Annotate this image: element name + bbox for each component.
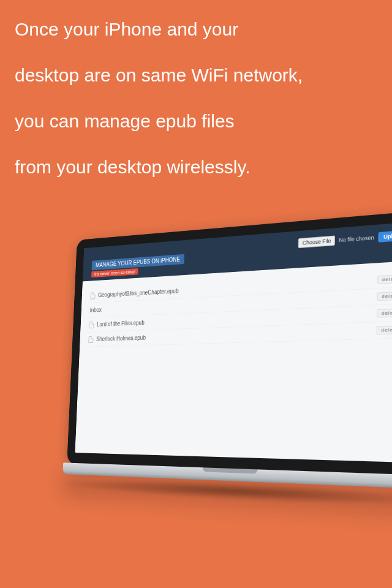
- file-name: Sherlock Holmes.epub: [96, 334, 146, 342]
- file-name: Inbox: [89, 307, 102, 314]
- upload-area: Choose File No file chosen Upload: [298, 230, 392, 248]
- laptop-mockup: MANAGE YOUR EPUBS ON iPHONE It's never b…: [24, 227, 392, 521]
- document-icon: [89, 321, 94, 328]
- document-icon: [90, 292, 95, 299]
- laptop-screen: MANAGE YOUR EPUBS ON iPHONE It's never b…: [75, 222, 392, 463]
- promo-line-3: you can manage epub files: [15, 109, 377, 133]
- file-name: GeographyofBliss_oneChapter.epub: [98, 288, 179, 298]
- promo-text-block: Once your iPhone and your desktop are on…: [0, 0, 392, 179]
- choose-file-button[interactable]: Choose File: [298, 236, 336, 249]
- document-icon: [88, 336, 93, 342]
- no-file-chosen-label: No file chosen: [339, 235, 374, 244]
- webpage-title-badge: MANAGE YOUR EPUBS ON iPHONE: [92, 254, 185, 270]
- promo-line-1: Once your iPhone and your: [15, 17, 377, 41]
- upload-button[interactable]: Upload: [378, 230, 392, 243]
- delete-button[interactable]: delete: [377, 325, 392, 334]
- promo-line-2: desktop are on same WiFi network,: [15, 63, 377, 87]
- promo-line-4: from your desktop wirelessly.: [15, 155, 377, 179]
- laptop-device: MANAGE YOUR EPUBS ON iPHONE It's never b…: [67, 210, 392, 483]
- laptop-screen-bezel: MANAGE YOUR EPUBS ON iPHONE It's never b…: [67, 210, 392, 477]
- delete-button[interactable]: delete: [377, 291, 392, 301]
- file-name: Lord of the Flies.epub: [97, 320, 145, 328]
- delete-button[interactable]: delete: [377, 274, 392, 284]
- delete-button[interactable]: delete: [377, 308, 392, 318]
